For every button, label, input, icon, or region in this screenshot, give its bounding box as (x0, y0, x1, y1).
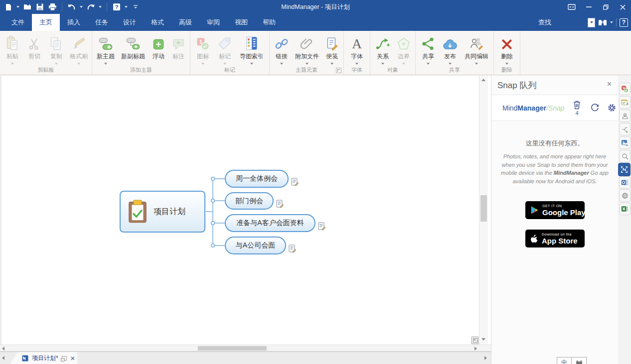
search-pane-tab[interactable] (619, 150, 631, 162)
topic-notes-icon[interactable] (291, 178, 299, 186)
close-button[interactable] (614, 0, 631, 14)
tab-insert[interactable]: 插入 (60, 14, 88, 31)
tab-help[interactable]: 帮助 (255, 14, 283, 31)
subtopic-4[interactable]: 与A公司会面 (225, 237, 286, 254)
help-icon[interactable]: ? (112, 2, 121, 11)
save-icon[interactable] (35, 2, 44, 11)
title-bar: ? MindManager - 项目计划 (0, 0, 631, 14)
document-tab[interactable]: 项目计划* (10, 352, 77, 364)
subtopic-1[interactable]: 周一全体例会 (225, 170, 289, 188)
map-index-button[interactable]: 导图索引 (236, 32, 268, 66)
outlook-pane-tab[interactable] (619, 176, 631, 189)
new-topic-icon (98, 33, 113, 51)
font-button[interactable]: A 字体 (345, 32, 368, 66)
restore-button[interactable] (597, 0, 614, 14)
ribbon-help-icon[interactable] (620, 18, 628, 27)
google-play-badge[interactable]: GET IT ONGoogle Play (525, 201, 585, 219)
snap-trash-button[interactable]: 4 (572, 100, 583, 116)
topic-notes-icon[interactable] (276, 200, 284, 208)
tab-scroll-left-icon[interactable] (2, 356, 4, 360)
fit-map-button[interactable] (472, 337, 478, 344)
find-label[interactable]: 查找 (538, 14, 551, 31)
subtopic-2-label: 部门例会 (235, 197, 263, 206)
undo-icon[interactable] (67, 2, 76, 11)
share-button[interactable]: 共享 (417, 32, 439, 66)
undo-dropdown-icon[interactable] (80, 6, 83, 8)
new-document-icon[interactable] (4, 2, 13, 11)
scroll-down-icon[interactable] (481, 338, 485, 341)
redo-dropdown-icon[interactable] (99, 6, 102, 8)
presentation-mode-icon[interactable] (563, 0, 580, 14)
paperclip-icon (300, 33, 314, 51)
tab-file[interactable]: 文件 (4, 14, 32, 31)
map-canvas[interactable]: 项目计划 周一全体例会 部门例会 准备与A客户会面资料 与A公司会面 (0, 76, 491, 345)
open-folder-icon[interactable] (23, 2, 32, 11)
tab-task[interactable]: 任务 (88, 14, 116, 31)
new-topic-button[interactable]: 新主题 (94, 32, 118, 66)
tab-review[interactable]: 审阅 (199, 14, 227, 31)
marks-pane-tab[interactable] (619, 83, 631, 95)
topic-notes-icon[interactable] (318, 222, 326, 231)
redo-icon[interactable] (86, 2, 95, 11)
tab-view[interactable]: 视图 (227, 14, 255, 31)
close-document-icon[interactable] (70, 356, 75, 362)
dialog-launcher-icon[interactable] (336, 68, 341, 73)
tab-home[interactable]: 主页 (32, 14, 60, 31)
copy-icon (49, 33, 63, 51)
emoji-button[interactable] (572, 357, 587, 364)
resources-pane-tab[interactable] (619, 110, 631, 122)
scroll-up-icon[interactable] (481, 79, 485, 81)
topic-notes-icon[interactable] (289, 244, 297, 253)
subtopic-2[interactable]: 部门例会 (225, 192, 274, 210)
scroll-right-icon[interactable] (474, 347, 477, 351)
subtopic-3[interactable]: 准备与A客户会面资料 (225, 214, 316, 232)
central-topic[interactable]: 项目计划 (120, 191, 205, 233)
map-parts-pane-tab[interactable] (619, 123, 631, 135)
find-dropdown-icon[interactable] (610, 21, 613, 23)
tab-scroll-right-icon[interactable] (484, 356, 487, 360)
new-subtopic-button[interactable]: 新副标题 (118, 32, 149, 66)
cut-icon (28, 33, 41, 51)
link-button[interactable]: 链接 (271, 32, 292, 66)
horizontal-scrollbar[interactable] (0, 345, 491, 352)
snap-settings-button[interactable] (607, 103, 617, 113)
delete-button[interactable]: 删除 (495, 32, 518, 66)
language-button[interactable]: 中 (557, 357, 572, 364)
snap-empty-title: 这里没有任何东西。 (491, 139, 618, 148)
snap-refresh-button[interactable] (590, 103, 600, 113)
minimize-button[interactable] (580, 0, 597, 14)
new-document-dropdown-icon[interactable] (16, 6, 19, 8)
customize-qat-icon[interactable] (131, 2, 140, 11)
print-icon[interactable] (48, 2, 57, 11)
snap-pane-tab[interactable] (618, 163, 631, 176)
web-pane-tab[interactable] (619, 189, 631, 202)
binoculars-icon[interactable] (598, 19, 607, 26)
find-scope-dropdown[interactable] (588, 18, 595, 27)
task-info-pane-tab[interactable] (619, 96, 631, 109)
bottom-partial-buttons[interactable]: 中 (557, 357, 587, 364)
app-store-badge[interactable]: Download on theApp Store (525, 230, 585, 247)
help-dropdown-icon[interactable] (125, 6, 128, 8)
publish-button[interactable]: 发布 (439, 32, 461, 66)
relationship-button[interactable]: 关系 (372, 32, 394, 66)
snap-close-icon[interactable] (607, 81, 612, 87)
library-pane-tab[interactable] (619, 136, 631, 149)
tag-icon (218, 33, 232, 51)
notes-button[interactable]: 便笺 (322, 32, 342, 66)
vertical-scrollbar[interactable] (479, 76, 488, 345)
google-play-icon (530, 206, 538, 215)
tab-design[interactable]: 设计 (116, 14, 144, 31)
divider (616, 18, 617, 26)
coedit-button[interactable]: 共同编辑 (461, 32, 492, 66)
group-clipboard: 粘贴 剪切 复制 格式刷 剪贴板 (0, 31, 92, 75)
floating-topic-button[interactable]: 浮动 (149, 32, 168, 66)
excel-pane-tab[interactable] (619, 203, 631, 215)
float-window-icon[interactable] (62, 356, 67, 361)
tab-format[interactable]: 格式 (144, 14, 171, 31)
horizontal-scroll-thumb[interactable] (198, 346, 267, 351)
vertical-scroll-thumb[interactable] (480, 195, 487, 222)
attach-file-button[interactable]: 附加文件 (292, 32, 322, 66)
scroll-left-icon[interactable] (2, 347, 4, 351)
tab-advanced[interactable]: 高级 (171, 14, 199, 31)
svg-text:?: ? (115, 4, 119, 10)
